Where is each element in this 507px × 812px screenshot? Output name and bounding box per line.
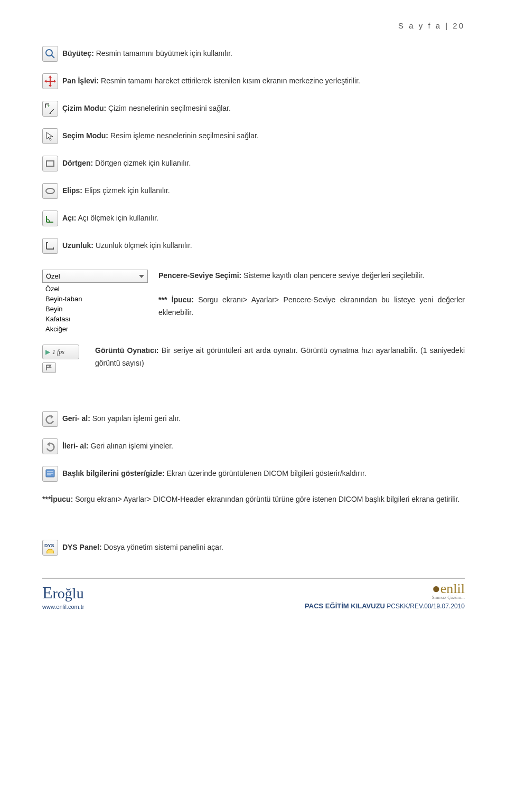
entry-dys: DYS DYS Panel: Dosya yönetim sistemi pan…: [42, 540, 465, 556]
wl-text: Pencere-Seviye Seçimi: Sisteme kayıtlı o…: [158, 270, 465, 319]
entry-length: Uzunluk: Uzunluk ölçmek için kullanılır.: [42, 238, 465, 254]
header-toggle-desc: Ekran üzerinde görüntülenen DICOM bilgil…: [165, 469, 367, 477]
chevron-down-icon: [139, 275, 144, 278]
entry-header-toggle: Başlık bilgilerini göster/gizle: Ekran ü…: [42, 466, 465, 482]
entry-ellipse: Elips: Elips çizmek için kullanılır.: [42, 183, 465, 199]
svg-marker-12: [51, 415, 53, 419]
wl-desc: Sisteme kayıtlı olan pencere seviye değe…: [241, 271, 424, 280]
undo-label: Geri- al:: [62, 414, 90, 423]
cine-widget: ▶ 1 fps: [42, 345, 84, 373]
drawmode-desc: Çizim nesnelerinin seçilmesini sağlar.: [106, 104, 231, 112]
dys-panel-icon: DYS: [42, 540, 58, 556]
angle-label: Açı:: [62, 214, 76, 222]
wl-option[interactable]: Özel: [42, 284, 148, 294]
cine-label: Görüntü Oynatıcı:: [95, 346, 158, 355]
wl-tip-desc: Sorgu ekranı> Ayarlar> Pencere-Seviye ek…: [158, 295, 465, 317]
entry-undo: Geri- al: Son yapılan işlemi geri alır.: [42, 411, 465, 427]
svg-rect-10: [46, 161, 54, 166]
footer-left: Eroğlu www.enlil.com.tr: [42, 583, 84, 610]
entry-drawmode: + Çizim Modu: Çizim nesnelerinin seçilme…: [42, 101, 465, 117]
drawmode-label: Çizim Modu:: [62, 104, 106, 112]
entry-angle: Açı: Açı ölçmek için kullanılır.: [42, 211, 465, 226]
flag-icon[interactable]: [42, 362, 56, 373]
magnify-desc: Resmin tamamını büyütmek için kullanılır…: [94, 49, 232, 58]
svg-marker-7: [54, 80, 56, 83]
svg-point-11: [46, 188, 54, 194]
footer-right: ●enlil Sınırsız Çözüm... PACS EĞİTİM KIL…: [305, 581, 465, 610]
enlil-logo-text: enlil: [440, 581, 465, 596]
window-level-block: Özel Özel Beyin-taban Beyin Kafatası Akc…: [42, 270, 465, 335]
length-icon: [42, 238, 58, 254]
draw-mode-icon: +: [42, 101, 58, 117]
svg-marker-4: [49, 75, 52, 78]
ellipse-label: Elips:: [62, 186, 82, 195]
cine-text: Görüntü Oynatıcı: Bir seriye ait görüntü…: [95, 345, 465, 370]
cine-fps-value: 1 fps: [52, 348, 64, 356]
wl-option[interactable]: Beyin-taban: [42, 294, 148, 304]
rect-label: Dörtgen:: [62, 159, 93, 167]
undo-icon: [42, 411, 58, 427]
entry-selmode: Seçim Modu: Resim işleme nesnelerinin se…: [42, 128, 465, 144]
footer-doc-title: PACS EĞİTİM KILAVUZU: [305, 602, 385, 610]
selmode-desc: Resim işleme nesnelerinin seçilmesini sa…: [108, 131, 259, 140]
svg-text:+: +: [47, 103, 50, 109]
svg-marker-13: [47, 442, 50, 446]
cine-block: ▶ 1 fps Görüntü Oynatıcı: Bir seriye ait…: [42, 345, 465, 373]
pan-desc: Resmin tamamı hareket ettirilerek isteni…: [99, 77, 360, 85]
wl-tip-label: *** İpucu:: [158, 295, 194, 304]
dys-label: DYS Panel:: [62, 543, 102, 551]
svg-marker-9: [49, 113, 51, 114]
redo-desc: Geri alınan işlemi yineler.: [89, 442, 173, 450]
redo-icon: [42, 438, 58, 454]
length-desc: Uzunluk ölçmek için kullanılır.: [93, 241, 192, 250]
magnify-label: Büyüteç:: [62, 49, 94, 58]
wl-selected-value: Özel: [46, 272, 60, 280]
magnifier-icon: [42, 46, 58, 62]
angle-icon: [42, 211, 58, 226]
footer-url: www.enlil.com.tr: [42, 604, 84, 610]
entry-magnify: Büyüteç: Resmin tamamını büyütmek için k…: [42, 46, 465, 62]
wl-dropdown[interactable]: Özel Özel Beyin-taban Beyin Kafatası Akc…: [42, 270, 148, 335]
eroglu-logo: Eroğlu: [42, 583, 84, 603]
ellipse-desc: Elips çizmek için kullanılır.: [82, 186, 170, 195]
svg-marker-6: [44, 80, 46, 83]
page-number: S a y f a | 20: [42, 21, 465, 30]
svg-line-1: [51, 55, 54, 58]
angle-desc: Açı ölçmek için kullanılır.: [76, 214, 158, 222]
wl-dropdown-list[interactable]: Özel Beyin-taban Beyin Kafatası Akciğer: [42, 283, 148, 335]
play-icon: ▶: [43, 348, 52, 356]
pan-icon: [42, 73, 58, 89]
enlil-logo-sub: Sınırsız Çözüm...: [432, 595, 465, 600]
page-body: S a y f a | 20 Büyüteç: Resmin tamamını …: [0, 0, 507, 578]
dys-desc: Dosya yönetim sistemi panelini açar.: [102, 543, 223, 551]
footer-doc-rev: PCSKK/REV.00/19.07.2010: [385, 603, 465, 610]
header-toggle-label: Başlık bilgilerini göster/gizle:: [62, 469, 165, 477]
wl-dropdown-selected[interactable]: Özel: [42, 270, 148, 283]
entry-rect: Dörtgen: Dörtgen çizmek için kullanılır.: [42, 156, 465, 171]
wl-option[interactable]: Beyin: [42, 304, 148, 314]
header-toggle-tip: ***İpucu: Sorgu ekranı> Ayarlar> DICOM-H…: [42, 493, 465, 506]
rect-desc: Dörtgen çizmek için kullanılır.: [93, 159, 191, 167]
wl-option[interactable]: Akciğer: [42, 324, 148, 334]
footer-doc-info: PACS EĞİTİM KILAVUZU PCSKK/REV.00/19.07.…: [305, 602, 465, 610]
entry-pan: Pan İşlevi: Resmin tamamı hareket ettiri…: [42, 73, 465, 89]
svg-marker-5: [49, 85, 52, 87]
redo-label: İleri- al:: [62, 442, 89, 450]
header-info-icon: [42, 466, 58, 482]
select-mode-icon: [42, 128, 58, 144]
ellipse-icon: [42, 183, 58, 199]
enlil-logo: ●enlil Sınırsız Çözüm...: [432, 581, 465, 600]
rectangle-icon: [42, 156, 58, 171]
selmode-label: Seçim Modu:: [62, 131, 108, 140]
undo-desc: Son yapılan işlemi geri alır.: [90, 414, 181, 423]
wl-option[interactable]: Kafatası: [42, 314, 148, 324]
entry-redo: İleri- al: Geri alınan işlemi yineler.: [42, 438, 465, 454]
cine-play-button[interactable]: ▶ 1 fps: [42, 345, 79, 359]
header-tip-desc: Sorgu ekranı> Ayarlar> DICOM-Header ekra…: [73, 495, 459, 503]
header-tip-label: ***İpucu:: [42, 495, 73, 503]
wl-label: Pencere-Seviye Seçimi:: [158, 271, 241, 280]
length-label: Uzunluk:: [62, 241, 93, 250]
page-footer: Eroğlu www.enlil.com.tr ●enlil Sınırsız …: [0, 578, 507, 615]
pan-label: Pan İşlevi:: [62, 77, 99, 85]
